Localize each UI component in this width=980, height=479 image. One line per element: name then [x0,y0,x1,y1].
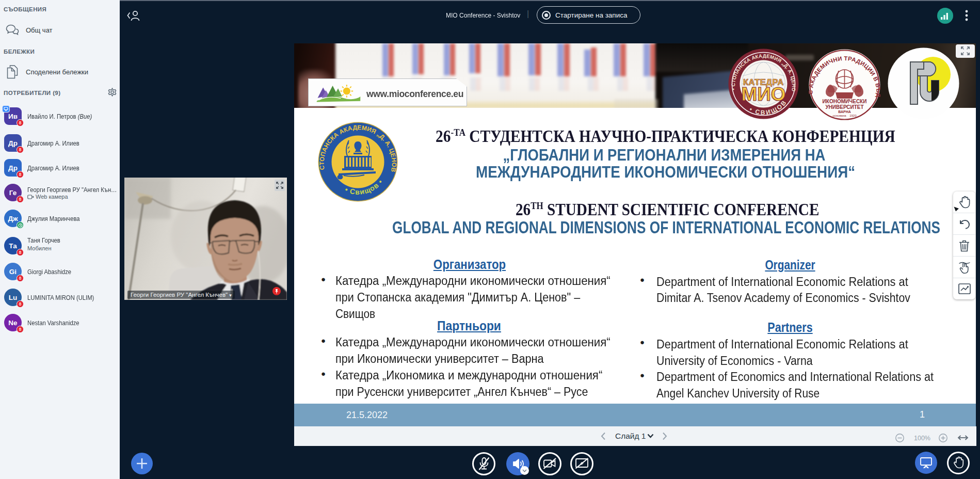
svg-text:ВАРНА: ВАРНА [838,110,851,114]
svg-text:основана 1920: основана 1920 [832,114,857,117]
svg-text:МИО: МИО [741,84,785,105]
svg-text:ИКОНОМИЧЕСКИ: ИКОНОМИЧЕСКИ [823,99,867,104]
svg-text:УНИВЕРСИТЕТ: УНИВЕРСИТЕТ [825,104,863,110]
